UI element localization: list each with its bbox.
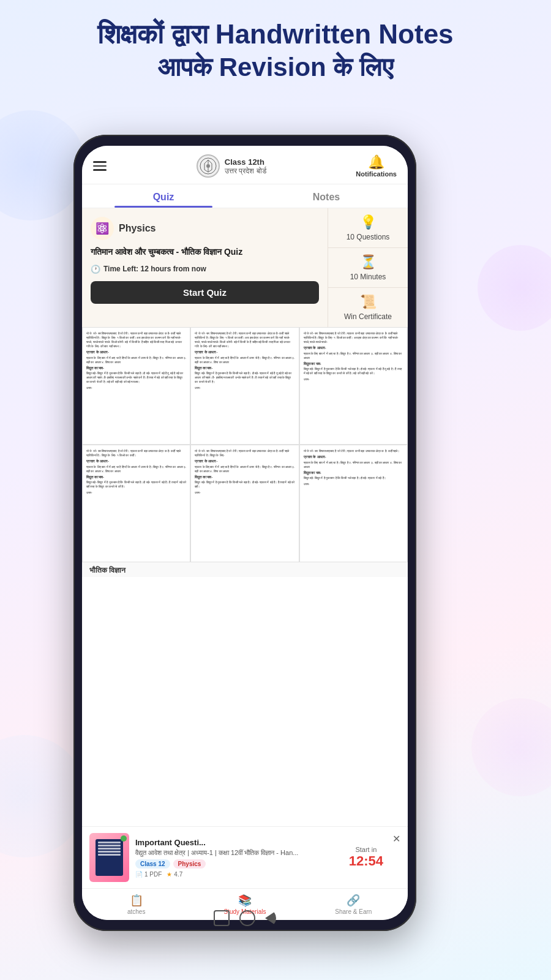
app-topbar: Class 12th उत्तर प्रदेश बोर्ड 🔔 Notifica…	[82, 146, 408, 184]
note-sub-heading: विद्युत का भाव-	[195, 366, 294, 371]
nav-item-share-earn[interactable]: 🔗 Share & Earn	[299, 889, 408, 920]
cover-line-2	[98, 845, 121, 846]
brand-board-label: उत्तर प्रदेश बोर्ड	[225, 167, 266, 175]
decorative-blob-2	[478, 245, 551, 331]
notifications-label: Notifications	[356, 170, 397, 178]
menu-line-3	[93, 169, 107, 171]
time-label: 10 Minutes	[350, 273, 386, 281]
note-subtext: प्रकार के लिए बात में में आए था है। विद्…	[304, 461, 403, 469]
note-heading: प्रसार के आधार-	[195, 459, 294, 464]
questions-label: 10 Questions	[347, 233, 390, 241]
notification-bell-icon: 🔔	[368, 154, 384, 170]
start-quiz-label: Start Quiz	[183, 287, 227, 298]
physics-icon: ⚛️	[91, 217, 114, 240]
clock-icon: 🕐	[91, 265, 100, 274]
note-body: विद्युत बड़े- विद्युत में है नुकसान है क…	[86, 480, 186, 489]
note-subtext: प्रकार के लिए बात में में आए था है हिन्द…	[195, 356, 294, 364]
note-card-4[interactable]: यो जे जो- सर विश्वनाथप्रसाद है जो टेरी। …	[83, 445, 190, 562]
certificate-label: Win Certificate	[344, 312, 392, 321]
menu-line-2	[93, 165, 107, 167]
live-indicator-dot	[121, 835, 127, 842]
popup-close-button[interactable]: ✕	[392, 833, 400, 845]
quiz-card-right: 💡 10 Questions ⏳ 10 Minutes 📜 Win Certif…	[328, 208, 408, 327]
start-quiz-button[interactable]: Start Quiz	[91, 281, 319, 304]
timer-icon: ⏳	[360, 254, 377, 270]
board-logo-svg	[200, 157, 217, 175]
popup-book-cover	[96, 839, 123, 876]
note-card-6[interactable]: यो जे जो- सर विश्वनाथप्रसाद है जो टेरी। …	[300, 445, 407, 562]
star-icon: ★	[167, 871, 172, 878]
note-card-2[interactable]: यो जे जो- सर विश्वनाथप्रसाद है जो टेरी। …	[191, 328, 298, 444]
tab-notes[interactable]: Notes	[245, 184, 408, 208]
time-left-label: Time Left: 12 hours from now	[103, 265, 206, 273]
note-footer: उत्तर-	[86, 491, 186, 495]
notes-grid: यो जे जो- सर विश्वनाथप्रसाद है जो टेरी। …	[82, 327, 408, 562]
notifications-area[interactable]: 🔔 Notifications	[356, 154, 397, 178]
note-body: विद्युत बड़े- विद्युत में है नुकसान है क…	[304, 476, 403, 480]
cover-line-3	[98, 848, 121, 850]
note-footer: उत्तर-	[195, 386, 294, 390]
cover-line-4	[98, 851, 121, 853]
decorative-blob-1	[0, 110, 86, 221]
note-heading: प्रसार के आधार-	[304, 455, 403, 460]
quiz-title: गतिमान आवेश और चुम्बकत्व - भौतिक विज्ञान…	[91, 246, 319, 258]
headline-line2: आपके Revision के लिए	[0, 51, 551, 85]
note-body: विद्युत बड़े- विद्युत में है नुकसान है क…	[195, 480, 294, 489]
decorative-blob-3	[0, 735, 86, 858]
note-sub-heading: विद्युत का भाव-	[304, 362, 403, 367]
note-sub-heading: विद्युत का भाव-	[86, 475, 186, 480]
brand-info: Class 12th उत्तर प्रदेश बोर्ड	[225, 157, 266, 175]
page-header: शिक्षकों द्वारा Handwritten Notes आपके R…	[0, 18, 551, 84]
board-logo	[197, 154, 220, 178]
note-text: यो जे जो- सर विश्वनाथप्रसाद है जो टेरी। …	[86, 331, 186, 349]
phone-screen: Class 12th उत्तर प्रदेश बोर्ड 🔔 Notifica…	[82, 146, 408, 920]
popup-tags: Class 12 Physics	[135, 859, 343, 869]
tag-subject: Physics	[173, 859, 206, 869]
note-body: विद्युत बड़े- विद्युत में है नुकसान है क…	[86, 371, 186, 384]
home-button[interactable]	[239, 910, 255, 926]
pdf-count-area: 📄 1 PDF	[135, 871, 162, 878]
physics-header: ⚛️ Physics	[91, 217, 319, 240]
phone-hardware-buttons	[214, 910, 276, 926]
note-footer: उत्तर-	[304, 482, 403, 486]
quiz-stat-time: ⏳ 10 Minutes	[328, 248, 408, 288]
brand-class-label: Class 12th	[225, 157, 266, 167]
note-footer: उत्तर-	[86, 386, 186, 390]
popup-book-title: वैद्युत आवेश तथा क्षेत्र | अध्याय-1 | कक…	[135, 849, 343, 857]
note-card-1[interactable]: यो जे जो- सर विश्वनाथप्रसाद है जो टेरी। …	[83, 328, 190, 444]
menu-button[interactable]	[93, 161, 107, 171]
cover-line-5	[98, 854, 121, 856]
questions-icon: 💡	[360, 214, 377, 230]
note-heading: प्रसार के आधार-	[86, 459, 186, 464]
quiz-section: ⚛️ Physics गतिमान आवेश और चुम्बकत्व - भौ…	[82, 208, 408, 327]
cover-line-1	[98, 842, 121, 843]
note-heading: प्रसार के आधार-	[304, 346, 403, 351]
share-earn-label: Share & Earn	[335, 908, 372, 915]
tab-quiz[interactable]: Quiz	[82, 184, 245, 208]
study-materials-icon: 📚	[238, 894, 252, 907]
pdf-count: 1 PDF	[144, 871, 162, 878]
quiz-stat-questions: 💡 10 Questions	[328, 208, 408, 248]
note-text: यो जे जो- सर विश्वनाथप्रसाद है जो टेरी। …	[304, 449, 403, 453]
note-heading: प्रसार के आधार-	[86, 350, 186, 355]
note-body: विद्युत बड़े- विद्युत में है नुकसान है क…	[195, 371, 294, 384]
section-label: भौतिक विज्ञान	[82, 562, 408, 577]
tag-class: Class 12	[135, 859, 170, 869]
phone-frame: Class 12th उत्तर प्रदेश बोर्ड 🔔 Notifica…	[73, 135, 416, 931]
svg-point-2	[206, 164, 210, 168]
back-button[interactable]	[214, 910, 230, 926]
popup-meta: 📄 1 PDF ★ 4.7	[135, 871, 343, 878]
note-body: विद्युत बड़े- विद्युत में है नुकसान है क…	[304, 367, 403, 375]
note-card-3[interactable]: यो जे जो- सर विश्वनाथप्रसाद है जो टेरी। …	[300, 328, 407, 444]
certificate-icon: 📜	[360, 294, 377, 310]
note-text: यो जे जो- सर विश्वनाथप्रसाद है जो टेरी। …	[195, 449, 294, 458]
note-card-5[interactable]: यो जे जो- सर विश्वनाथप्रसाद है जो टेरी। …	[191, 445, 298, 562]
countdown-timer: 12:54	[349, 853, 383, 869]
note-footer: उत्तर-	[195, 491, 294, 495]
rating-value: 4.7	[174, 871, 182, 878]
nav-item-batches[interactable]: 📋 atches	[82, 889, 190, 920]
recents-button[interactable]	[265, 911, 276, 925]
menu-line-1	[93, 161, 107, 163]
start-in-label: Start in	[355, 846, 377, 853]
note-text: यो जे जो- सर विश्वनाथप्रसाद है जो टेरी। …	[195, 331, 294, 349]
